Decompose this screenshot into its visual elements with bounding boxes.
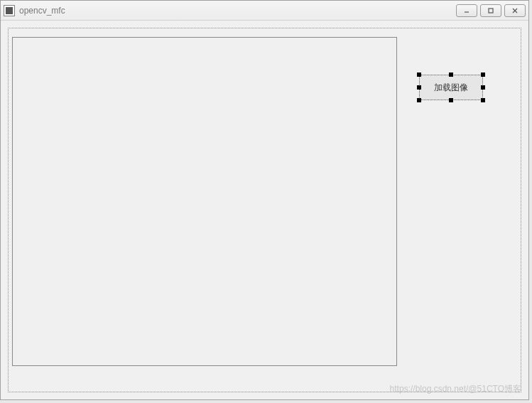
minimize-icon	[463, 7, 470, 14]
resize-handle-middle-right[interactable]	[481, 85, 485, 90]
app-icon	[4, 5, 15, 16]
load-image-button-label: 加载图像	[434, 82, 468, 94]
titlebar: opencv_mfc	[1, 1, 528, 21]
minimize-button[interactable]	[456, 4, 477, 17]
close-button[interactable]	[504, 4, 526, 17]
resize-handle-top-left[interactable]	[417, 72, 421, 77]
window-controls	[456, 4, 526, 17]
dialog-client-area: 加载图像	[8, 28, 521, 392]
dialog-window: opencv_mfc 加载图像	[0, 0, 529, 400]
maximize-icon	[487, 7, 494, 14]
maximize-button[interactable]	[480, 4, 501, 17]
load-image-button-selection[interactable]: 加载图像	[419, 75, 483, 100]
resize-handle-bottom-right[interactable]	[481, 98, 485, 102]
resize-handle-top-center[interactable]	[449, 72, 453, 77]
svg-rect-1	[489, 9, 493, 13]
resize-handle-middle-left[interactable]	[417, 85, 421, 90]
resize-handle-top-right[interactable]	[481, 72, 485, 77]
close-icon	[511, 7, 519, 14]
load-image-button[interactable]: 加载图像	[419, 75, 483, 100]
picture-control	[12, 37, 397, 366]
resize-handle-bottom-left[interactable]	[417, 98, 421, 102]
resize-handle-bottom-center[interactable]	[449, 98, 453, 102]
window-title: opencv_mfc	[19, 6, 456, 16]
